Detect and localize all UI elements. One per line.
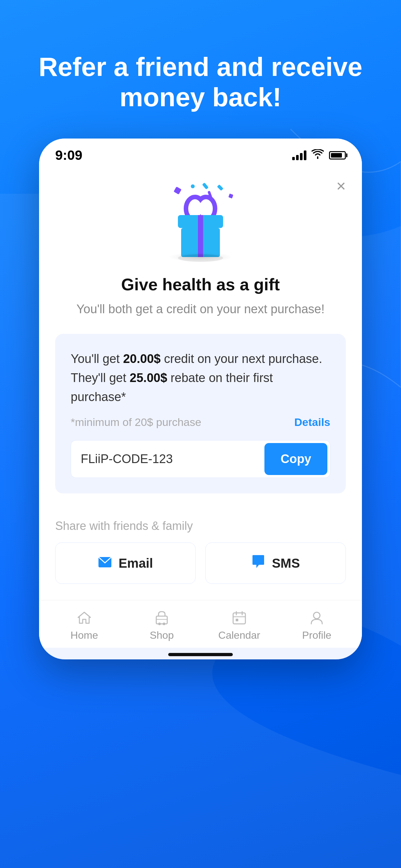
shop-icon [153, 609, 170, 626]
bottom-nav: Home Shop [39, 600, 362, 648]
svg-rect-18 [236, 619, 238, 621]
nav-item-profile[interactable]: Profile [291, 609, 343, 641]
svg-point-19 [313, 612, 320, 619]
email-button[interactable]: Email [55, 542, 196, 584]
details-link[interactable]: Details [295, 416, 331, 429]
hero-title: Refer a friend and receive money back! [0, 52, 401, 113]
nav-item-calendar[interactable]: Calendar [213, 609, 265, 641]
sms-label: SMS [272, 556, 300, 570]
home-icon [76, 609, 93, 626]
gift-illustration [155, 181, 246, 265]
info-card: You'll get 20.00$ credit on your next pu… [55, 334, 346, 494]
nav-item-shop[interactable]: Shop [136, 609, 188, 641]
nav-label-calendar: Calendar [218, 629, 260, 641]
share-section: Share with friends & family Email SMS [39, 519, 362, 600]
minimum-text: *minimum of 20$ purchase [71, 416, 201, 429]
status-time: 9:09 [55, 148, 82, 163]
sms-button[interactable]: SMS [205, 542, 346, 584]
share-buttons: Email SMS [39, 542, 362, 584]
gift-shadow [168, 252, 233, 262]
share-label: Share with friends & family [39, 519, 362, 533]
email-label: Email [119, 556, 153, 570]
gift-svg [162, 184, 239, 262]
svg-rect-10 [156, 616, 167, 624]
referral-code: FLiiP-CODE-123 [71, 443, 262, 475]
home-indicator [168, 653, 233, 656]
info-description: You'll get 20.00$ credit on your next pu… [71, 349, 330, 407]
close-button[interactable]: × [336, 178, 346, 194]
minimum-row: *minimum of 20$ purchase Details [71, 416, 330, 429]
wifi-icon [312, 149, 324, 161]
signal-icon [292, 151, 306, 160]
svg-point-12 [158, 623, 161, 625]
copy-button[interactable]: Copy [265, 443, 328, 475]
svg-point-13 [163, 623, 165, 625]
email-icon [98, 555, 112, 571]
nav-item-home[interactable]: Home [58, 609, 110, 641]
nav-label-shop: Shop [150, 629, 174, 641]
nav-label-home: Home [70, 629, 98, 641]
gift-title: Give health as a gift [121, 275, 280, 294]
gift-subtitle: You'll both get a credit on your next pu… [76, 301, 325, 318]
profile-icon [308, 609, 325, 626]
calendar-icon [231, 609, 248, 626]
svg-rect-5 [198, 215, 203, 228]
nav-label-profile: Profile [302, 629, 332, 641]
phone-frame: 9:09 [39, 138, 362, 660]
modal-content: × [39, 168, 362, 520]
battery-icon [329, 151, 346, 159]
status-bar: 9:09 [39, 138, 362, 168]
sms-icon [251, 554, 266, 572]
referral-code-row: FLiiP-CODE-123 Copy [71, 440, 330, 478]
svg-rect-14 [233, 613, 245, 624]
status-icons [292, 149, 346, 161]
confetti-2 [191, 184, 195, 188]
